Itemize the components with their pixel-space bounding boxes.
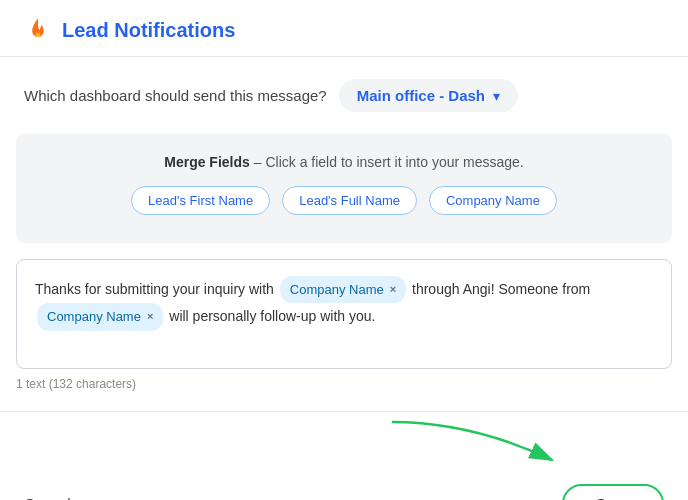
tag-label-1: Company Name: [290, 278, 384, 301]
tag-remove-2[interactable]: ×: [147, 307, 153, 327]
merge-btn-company-name[interactable]: Company Name: [429, 186, 557, 215]
dashboard-label: Which dashboard should send this message…: [24, 87, 327, 104]
message-text-after: will personally follow-up with you.: [169, 308, 375, 324]
arrow-area: [16, 412, 672, 472]
merge-fields-header: Merge Fields – Click a field to insert i…: [40, 154, 648, 170]
message-tag-company-name-1[interactable]: Company Name ×: [280, 276, 406, 303]
page-header: Lead Notifications: [0, 0, 688, 57]
char-count: 1 text (132 characters): [0, 369, 688, 403]
tag-remove-1[interactable]: ×: [390, 280, 396, 300]
merge-fields-bold: Merge Fields: [164, 154, 250, 170]
cancel-button[interactable]: Cancel: [24, 495, 71, 500]
dashboard-select-dropdown[interactable]: Main office - Dash ▾: [339, 79, 518, 112]
message-area[interactable]: Thanks for submitting your inquiry with …: [16, 259, 672, 369]
merge-btn-lead-full-name[interactable]: Lead's Full Name: [282, 186, 417, 215]
save-button[interactable]: Save: [562, 484, 664, 500]
message-text-between: through Angi! Someone from: [412, 281, 590, 297]
merge-fields-subtitle: – Click a field to insert it into your m…: [250, 154, 524, 170]
message-text-before-tag1: Thanks for submitting your inquiry with: [35, 281, 274, 297]
tag-label-2: Company Name: [47, 305, 141, 328]
arrow-icon: [392, 412, 592, 467]
message-content: Thanks for submitting your inquiry with …: [35, 276, 653, 331]
message-tag-company-name-2[interactable]: Company Name ×: [37, 303, 163, 330]
merge-fields-section: Merge Fields – Click a field to insert i…: [16, 134, 672, 243]
dashboard-row: Which dashboard should send this message…: [0, 57, 688, 134]
page-title: Lead Notifications: [62, 19, 235, 42]
merge-buttons-row: Lead's First Name Lead's Full Name Compa…: [40, 186, 648, 215]
flame-icon: [24, 16, 52, 44]
dashboard-select-value: Main office - Dash: [357, 87, 485, 104]
footer: Cancel Save: [0, 472, 688, 500]
merge-btn-lead-first-name[interactable]: Lead's First Name: [131, 186, 270, 215]
chevron-down-icon: ▾: [493, 88, 500, 104]
